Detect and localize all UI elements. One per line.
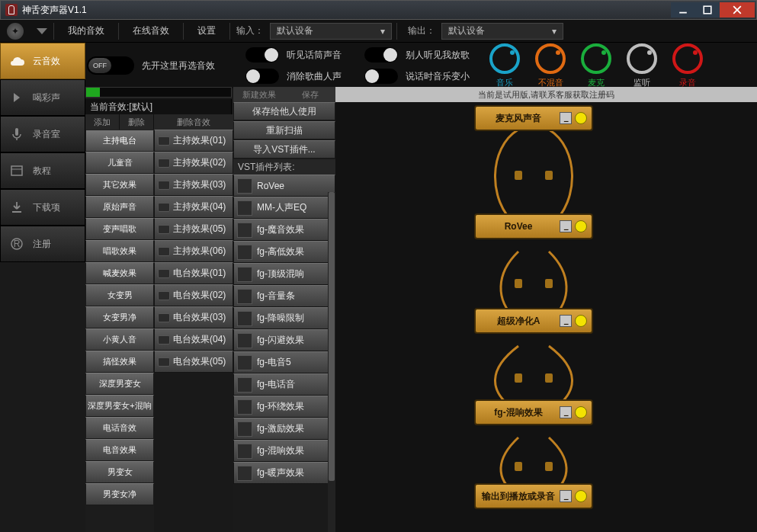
vst-item[interactable]: fg-高低效果 xyxy=(233,241,335,263)
bank-item-label: 主持效果(01) xyxy=(173,134,226,147)
output-device-select[interactable]: 默认设备 ▾ xyxy=(441,23,563,40)
graph-node[interactable]: RoVee⎯ xyxy=(474,213,593,239)
vst-item[interactable]: fg-环绕效果 xyxy=(233,396,335,418)
col1-del-header[interactable]: 删除 xyxy=(120,114,154,130)
bigtab-cheer[interactable]: 喝彩声 xyxy=(0,79,85,116)
preset-item[interactable]: 唱歌效果 xyxy=(85,240,154,262)
bank-item[interactable]: 主持效果(04) xyxy=(154,196,233,218)
vst-item[interactable]: fg-音量条 xyxy=(233,285,335,307)
bank-item[interactable]: 主持效果(02) xyxy=(154,152,233,174)
bigtab-register[interactable]: R注册 xyxy=(0,226,85,262)
node-settings-button[interactable]: ⎯ xyxy=(560,490,572,502)
preset-item[interactable]: 电话音效 xyxy=(85,417,154,439)
bank-item[interactable]: 主持效果(03) xyxy=(154,174,233,196)
effect-bank-column: 删除音效 主持效果(01)主持效果(02)主持效果(03)主持效果(04)主持效… xyxy=(154,114,233,532)
node-settings-button[interactable]: ⎯ xyxy=(560,112,572,124)
node-settings-button[interactable]: ⎯ xyxy=(560,406,572,418)
preset-item[interactable]: 男变女净 xyxy=(85,483,154,505)
vst-item[interactable]: fg-电音5 xyxy=(233,351,335,373)
node-enable-dot[interactable] xyxy=(575,490,587,502)
bigtab-cloud[interactable]: 云音效 xyxy=(0,43,85,79)
vst-item[interactable]: fg-激励效果 xyxy=(233,418,335,440)
preset-item[interactable]: 女变男 xyxy=(85,284,154,306)
bank-item[interactable]: 电台效果(03) xyxy=(154,306,233,328)
col1-add-header[interactable]: 添加 xyxy=(85,114,120,130)
menu-my-fx[interactable]: 我的音效 xyxy=(54,20,118,43)
vst-item[interactable]: fg-降噪限制 xyxy=(233,307,335,329)
toggle-remove-vocal[interactable] xyxy=(245,69,279,84)
btn-save-others[interactable]: 保存给他人使用 xyxy=(233,102,335,120)
preset-item[interactable]: 喊麦效果 xyxy=(85,262,154,284)
dial-1[interactable]: 不混音 xyxy=(532,43,569,88)
node-settings-button[interactable]: ⎯ xyxy=(560,315,572,327)
btn-rescan[interactable]: 重新扫描 xyxy=(233,121,335,139)
graph-node[interactable]: 超级净化A⎯ xyxy=(474,308,593,334)
vst-item[interactable]: fg-闪避效果 xyxy=(233,329,335,351)
dial-2[interactable]: 麦克 xyxy=(578,43,614,88)
bank-item[interactable]: 电台效果(02) xyxy=(154,284,233,306)
btn-new-fx[interactable]: 新建效果 xyxy=(233,87,284,102)
dial-4[interactable]: 录音 xyxy=(669,43,706,88)
svg-rect-9 xyxy=(515,171,522,180)
preset-item[interactable]: 搞怪效果 xyxy=(85,351,154,373)
graph-node[interactable]: fg-混响效果⎯ xyxy=(474,399,593,425)
bank-item[interactable]: 电台效果(01) xyxy=(154,262,233,284)
graph-node[interactable]: 输出到播放或录音⎯ xyxy=(474,483,593,509)
vst-item[interactable]: fg-顶级混响 xyxy=(233,263,335,285)
node-settings-button[interactable]: ⎯ xyxy=(560,220,572,232)
preset-item[interactable]: 主持电台 xyxy=(85,130,154,152)
toggle-hear-mic[interactable] xyxy=(245,47,279,62)
power-switch[interactable]: OFF xyxy=(87,56,134,75)
preset-item[interactable]: 其它效果 xyxy=(85,174,154,196)
preset-item[interactable]: 电音效果 xyxy=(85,439,154,461)
input-device-select[interactable]: 默认设备 ▾ xyxy=(270,23,392,40)
bank-item[interactable]: 主持效果(05) xyxy=(154,218,233,240)
btn-save[interactable]: 保存 xyxy=(284,87,335,102)
preset-item[interactable]: 男变女 xyxy=(85,461,154,483)
bigtab-tutorial[interactable]: 教程 xyxy=(0,152,85,189)
vst-item[interactable]: fg-电话音 xyxy=(233,373,335,396)
preset-item[interactable]: 深度男变女 xyxy=(85,373,154,395)
vst-scrollbar[interactable] xyxy=(328,192,335,532)
preset-item[interactable]: 小黄人音 xyxy=(85,328,154,351)
preset-item[interactable]: 原始声音 xyxy=(85,196,154,218)
bank-item[interactable]: 电台效果(05) xyxy=(154,351,233,373)
vst-item[interactable]: fg-魔音效果 xyxy=(233,219,335,241)
preset-item[interactable]: 儿童音 xyxy=(85,152,154,174)
node-enable-dot[interactable] xyxy=(575,315,587,327)
node-label: 超级净化A xyxy=(480,315,557,328)
btn-import-vst[interactable]: 导入VST插件... xyxy=(233,140,335,159)
bigtab-studio[interactable]: 录音室 xyxy=(0,116,85,152)
bigtab-download[interactable]: 下载项 xyxy=(0,189,85,226)
preset-item[interactable]: 女变男净 xyxy=(85,306,154,328)
bank-item[interactable]: 电台效果(04) xyxy=(154,328,233,351)
node-enable-dot[interactable] xyxy=(575,112,587,124)
menu-online-fx[interactable]: 在线音效 xyxy=(119,20,183,43)
output-device-value: 默认设备 xyxy=(448,24,485,37)
node-enable-dot[interactable] xyxy=(575,406,587,418)
vst-item[interactable]: MM-人声EQ xyxy=(233,197,335,219)
window-close-button[interactable] xyxy=(720,2,755,18)
dial-0[interactable]: 音乐 xyxy=(486,43,523,88)
plugin-icon xyxy=(237,421,252,437)
vst-item[interactable]: RoVee xyxy=(233,175,335,197)
graph-node[interactable]: 麦克风声音⎯ xyxy=(474,105,593,131)
vst-item[interactable]: fg-混响效果 xyxy=(233,440,335,462)
preset-item[interactable]: 深度男变女+混响 xyxy=(85,395,154,417)
dial-3[interactable]: 监听 xyxy=(624,43,660,88)
toggle-others-hear[interactable] xyxy=(364,47,398,62)
bank-item[interactable]: 主持效果(06) xyxy=(154,240,233,262)
trial-banner: 当前是试用版,请联系客服获取注册码 xyxy=(335,87,757,102)
vst-item[interactable]: fg-暖声效果 xyxy=(233,462,335,484)
bank-item[interactable]: 主持效果(01) xyxy=(154,130,233,152)
preset-item[interactable]: 变声唱歌 xyxy=(85,218,154,240)
menu-settings[interactable]: 设置 xyxy=(184,20,229,43)
dropdown-toggle[interactable] xyxy=(30,28,53,34)
plugin-icon xyxy=(237,355,252,370)
col2-header[interactable]: 删除音效 xyxy=(154,114,233,130)
runner-button[interactable]: ✦ xyxy=(0,21,30,41)
window-maximize-button[interactable] xyxy=(695,2,720,18)
node-enable-dot[interactable] xyxy=(575,220,587,232)
window-minimize-button[interactable] xyxy=(671,2,695,18)
toggle-talk-lower[interactable] xyxy=(364,69,398,84)
